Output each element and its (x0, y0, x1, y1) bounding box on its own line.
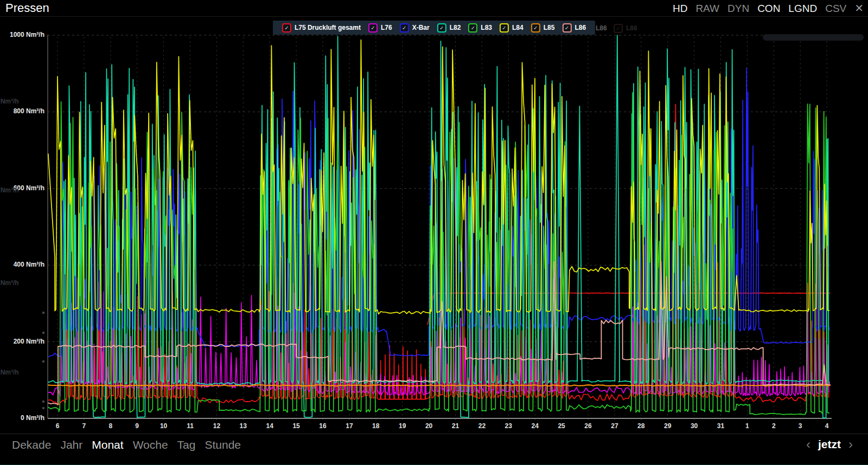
chart-legend: ✓L75 Druckluft gesamt✓L76✓X-Bar✓L82✓L83✓… (273, 21, 595, 35)
scrollbar[interactable] (763, 34, 864, 41)
next-button[interactable]: › (848, 438, 853, 451)
x-tick-label: 11 (180, 422, 201, 430)
legend-label: L83 (481, 24, 492, 31)
legend-label: L86 (575, 24, 586, 31)
y-tick-label: 400 Nm³/h (1, 261, 44, 268)
series-l84 (48, 40, 829, 314)
legend-checkbox-icon[interactable]: ✓ (400, 23, 409, 33)
x-tick-label: 26 (577, 422, 599, 430)
legend-item-l82[interactable]: ✓L82 (437, 23, 461, 33)
legend-label: L86 (596, 24, 607, 32)
range-tab-woche[interactable]: Woche (133, 438, 168, 451)
x-tick-label: 20 (418, 422, 440, 430)
x-tick-label: 19 (392, 422, 413, 430)
x-tick-label: 2 (763, 422, 784, 430)
x-tick-label: 27 (604, 422, 626, 430)
range-tab-dekade[interactable]: Dekade (12, 438, 51, 451)
x-tick-label: 16 (312, 422, 334, 430)
x-tick-label: 23 (497, 422, 519, 430)
x-tick-label: 12 (206, 422, 227, 430)
axis-marker-dot (42, 312, 44, 314)
axis-marker-dot (42, 401, 44, 403)
x-tick-label: 7 (73, 422, 95, 430)
x-tick-label: 24 (524, 422, 546, 430)
legend-label: L82 (450, 24, 461, 31)
menu-item-hd[interactable]: HD (673, 3, 687, 14)
legend-checkbox-icon[interactable]: ✓ (500, 23, 509, 33)
x-tick-label: 30 (684, 422, 705, 430)
legend-label: X-Bar (412, 24, 430, 31)
menu-item-dyn[interactable]: DYN (727, 3, 749, 14)
y-tick-label-ghost: 00 Nm³/h (0, 369, 29, 376)
x-tick-label: 1 (736, 422, 758, 430)
legend-checkbox-icon[interactable]: ✓ (437, 23, 446, 33)
now-button[interactable]: jetzt (818, 438, 841, 451)
legend-ghost-item: ✓L86 (610, 22, 641, 35)
page-title: Pressen (5, 1, 49, 15)
chart-area: 0 Nm³/h200 Nm³/h400 Nm³/h600 Nm³/h800 Nm… (0, 16, 868, 434)
x-tick-label: 18 (365, 422, 387, 430)
x-tick-label: 29 (657, 422, 679, 430)
y-tick-label: 0 Nm³/h (1, 414, 44, 422)
chart-plot[interactable] (0, 0, 868, 434)
x-tick-label: 8 (100, 422, 122, 430)
legend-checkbox-icon[interactable]: ✓ (562, 23, 571, 33)
legend-label: L75 Druckluft gesamt (295, 24, 361, 31)
menu-item-raw[interactable]: RAW (695, 3, 719, 14)
axis-marker-dot (42, 360, 44, 363)
legend-item-l86[interactable]: ✓L86 (562, 23, 586, 33)
x-tick-label: 25 (551, 422, 572, 430)
x-tick-label: 14 (259, 422, 280, 430)
x-tick-label: 28 (630, 422, 652, 430)
y-tick-label-ghost: 00 Nm³/h (0, 279, 29, 287)
range-tab-tag[interactable]: Tag (177, 438, 196, 451)
prev-button[interactable]: ‹ (806, 438, 810, 451)
legend-checkbox-icon[interactable]: ✓ (531, 23, 540, 33)
legend-item-l85[interactable]: ✓L85 (531, 23, 555, 33)
y-tick-label: 200 Nm³/h (1, 338, 44, 345)
top-bar: Pressen HDRAWDYNCONLGNDCSV✕ (0, 0, 868, 17)
legend-item-l83[interactable]: ✓L83 (468, 23, 492, 33)
y-tick-label: 1000 Nm³/h (1, 31, 44, 38)
axis-marker-dot (42, 407, 44, 409)
close-icon[interactable]: ✕ (854, 2, 864, 14)
bottom-bar: DekadeJahrMonatWocheTagStunde ‹ jetzt › (0, 434, 868, 465)
legend-item-l75[interactable]: ✓L75 Druckluft gesamt (282, 23, 361, 33)
x-tick-label: 10 (153, 422, 175, 430)
range-tab-monat[interactable]: Monat (92, 438, 123, 451)
x-tick-label: 31 (710, 422, 732, 430)
app-window: { "window": { "title": "Pressen", "menu"… (0, 0, 868, 465)
y-tick-label: 800 Nm³/h (1, 107, 44, 115)
time-nav: ‹ jetzt › (799, 438, 860, 451)
legend-item-l76[interactable]: ✓L76 (368, 23, 392, 33)
range-tab-jahr[interactable]: Jahr (60, 438, 82, 451)
menu-item-csv[interactable]: CSV (825, 3, 846, 14)
x-tick-label: 4 (816, 422, 838, 430)
x-tick-label: 9 (126, 422, 148, 430)
x-tick-label: 21 (445, 422, 467, 430)
menu-item-con[interactable]: CON (757, 3, 780, 14)
top-menu: HDRAWDYNCONLGNDCSV✕ (665, 2, 864, 15)
legend-label: L76 (381, 24, 392, 31)
x-tick-label: 13 (232, 422, 254, 430)
x-tick-label: 17 (339, 422, 360, 430)
legend-item-l86: ✓L86 (614, 24, 637, 33)
x-tick-label: 6 (47, 422, 68, 430)
legend-item-x-bar[interactable]: ✓X-Bar (400, 23, 430, 33)
x-tick-label: 15 (285, 422, 307, 430)
series-line (48, 40, 829, 314)
y-tick-label-ghost: 00 Nm³/h (0, 98, 29, 105)
menu-item-lgnd[interactable]: LGND (788, 3, 817, 14)
x-tick-label: 3 (789, 422, 811, 430)
legend-checkbox-icon[interactable]: ✓ (282, 23, 291, 33)
legend-label: L85 (544, 24, 555, 31)
legend-checkbox-icon: ✓ (614, 24, 623, 33)
legend-item-l84[interactable]: ✓L84 (500, 23, 524, 33)
legend-label: L86 (626, 24, 637, 32)
time-range-tabs: DekadeJahrMonatWocheTagStunde (12, 438, 250, 451)
range-tab-stunde[interactable]: Stunde (205, 438, 241, 451)
axis-marker-dot (42, 332, 44, 334)
y-tick-label-ghost: 00 Nm³/h (0, 186, 29, 194)
legend-checkbox-icon[interactable]: ✓ (468, 23, 477, 33)
legend-checkbox-icon[interactable]: ✓ (368, 23, 378, 33)
